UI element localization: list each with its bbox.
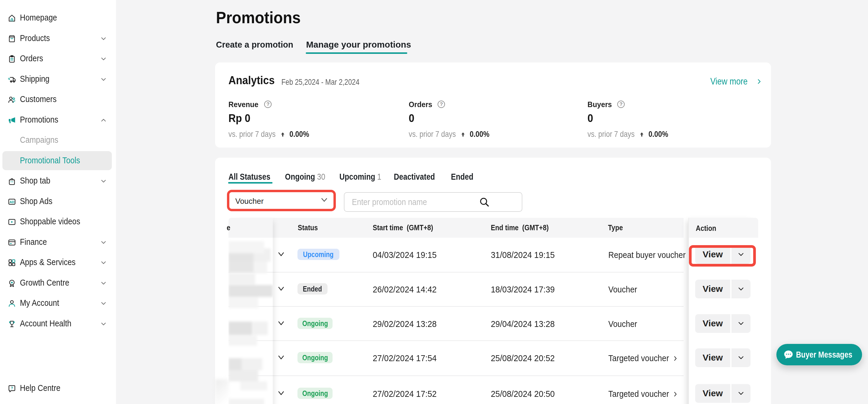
svg-text:AD: AD	[9, 200, 14, 204]
svg-text:?: ?	[11, 386, 13, 390]
